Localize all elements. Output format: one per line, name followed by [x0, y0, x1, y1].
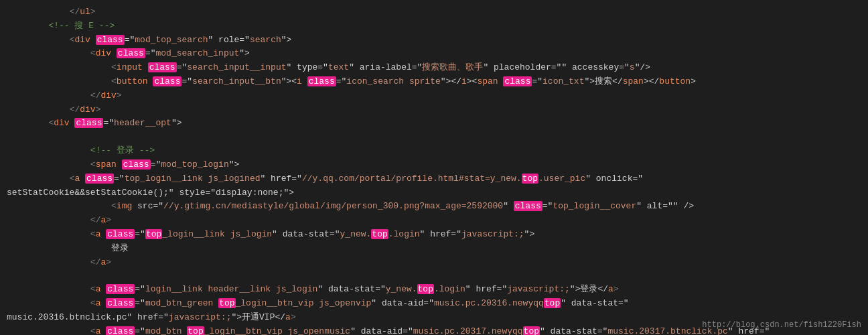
code-line: <div class="header__opt"> [0, 117, 868, 131]
code-line: <div class="mod_search_input"> [0, 47, 868, 61]
code-line: <a class="login__link header__link js_lo… [0, 283, 868, 297]
code-line: </a> [0, 214, 868, 228]
code-line [0, 269, 868, 283]
code-line: <!-- 搜 E --> [0, 19, 868, 34]
code-line: <img src="//y.gtimg.cn/mediastyle/global… [0, 200, 868, 214]
url-bar: http://blog.csdn.net/fish1220Fish [702, 320, 861, 330]
code-line: <a class="top_login__link js_logined" hr… [0, 172, 868, 186]
code-line: <a class="mod_btn_green top_login__btn_v… [0, 297, 868, 311]
code-line: <input class="search_input__input" type=… [0, 61, 868, 75]
code-line: setStatCookie&&setStatCookie();" style="… [0, 186, 868, 200]
code-line: </div> [0, 89, 868, 103]
code-line: <div class="mod_top_search" role="search… [0, 34, 868, 48]
code-viewer: </ul> <!-- 搜 E --> <div class="mod_top_s… [0, 0, 868, 335]
code-line: </a> [0, 256, 868, 270]
code-line [0, 131, 868, 144]
code-line: <span class="mod_top_login"> [0, 158, 868, 172]
code-line: <!-- 登录 --> [0, 144, 868, 158]
code-line: 登录 [0, 242, 868, 256]
code-line: <button class="search_input__btn"><i cla… [0, 75, 868, 89]
code-line: </ul> [0, 5, 868, 19]
code-line: <a class="top_login__link js_login" data… [0, 228, 868, 242]
code-line: </div> [0, 103, 868, 117]
